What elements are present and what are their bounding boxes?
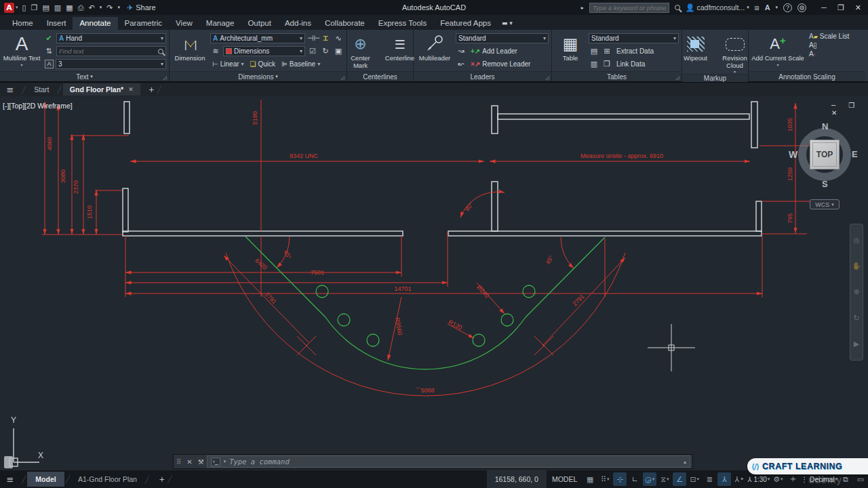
extract-data-button[interactable]: Extract Data xyxy=(614,47,656,55)
customization-plus-icon[interactable]: ＋ xyxy=(786,472,800,486)
dim-text-adjust-icon[interactable]: Ɪ xyxy=(320,34,331,43)
zoom-icon[interactable]: ⊕ xyxy=(853,287,859,296)
find-text-input[interactable] xyxy=(59,47,156,55)
clean-screen-icon[interactable]: ▭ xyxy=(854,472,867,486)
redo-icon[interactable]: ↷ xyxy=(106,3,113,12)
new-file-icon[interactable]: ▯ xyxy=(22,3,26,12)
link-data-button[interactable]: Link Data xyxy=(614,60,647,68)
panel-title-annotation-scaling[interactable]: Annotation Scaling xyxy=(749,71,865,81)
leader-align-icon[interactable]: ↜ xyxy=(456,60,467,68)
showmotion-icon[interactable]: ▶ xyxy=(854,340,859,348)
dim-break-icon[interactable]: ⊣⊢ xyxy=(307,34,318,43)
find-text-box[interactable] xyxy=(56,46,166,56)
object-snap-icon[interactable]: ⊡▾ xyxy=(688,472,701,486)
panel-expander-icon[interactable]: ◿ xyxy=(163,75,167,81)
dim-update-icon[interactable]: ☑ xyxy=(307,47,318,56)
panel-title-tables[interactable]: Tables ◿ xyxy=(552,71,682,81)
undo-caret-icon[interactable]: ▾ xyxy=(100,5,102,10)
layout-tab-model[interactable]: Model xyxy=(27,472,64,487)
annotation-scale-button[interactable]: ⅄ 1:30▾ xyxy=(747,472,770,486)
statusbar-menu-icon[interactable]: ≡ xyxy=(0,474,20,485)
dim-reassociate-icon[interactable]: ▣ xyxy=(333,47,344,56)
orbit-icon[interactable]: ↻ xyxy=(853,314,859,323)
command-line[interactable]: ⠿ ✕ ⚒ ›_ ▾ Type a command ▴ xyxy=(173,454,693,469)
data-extraction-icon-a[interactable]: ▤ xyxy=(589,47,599,56)
dimension-button[interactable]: |⟍⟋| Dimension xyxy=(172,32,208,71)
panel-expander-icon[interactable]: ◿ xyxy=(546,75,549,81)
table-button[interactable]: ▦ Table xyxy=(555,32,586,71)
scale-list-button[interactable]: A▰ Scale List xyxy=(807,33,851,40)
add-current-scale-button[interactable]: A+ Add Current Scale ▾ xyxy=(751,32,804,71)
annotation-visibility-icon[interactable]: ⅄ xyxy=(717,472,731,486)
print-icon[interactable]: ⎙ xyxy=(78,3,84,12)
viewcube-west[interactable]: W xyxy=(789,149,797,160)
data-link-icon-a[interactable]: ▥ xyxy=(589,60,599,68)
minimize-button[interactable]: ─ xyxy=(821,3,827,12)
new-drawing-button[interactable]: ＋ xyxy=(147,83,156,96)
tab-gnd-floor-plan[interactable]: Gnd Floor Plan* ✕ xyxy=(63,83,140,96)
linear-dimension-button[interactable]: ⊢ Linear ▾ xyxy=(210,60,246,68)
dynamic-input-icon[interactable]: ⊹ xyxy=(613,472,627,486)
spell-check-icon[interactable]: ✔ xyxy=(43,34,54,43)
dim-override-icon[interactable]: ↻ xyxy=(320,47,331,56)
panel-title-text[interactable]: Text ▾ ◿ xyxy=(0,71,169,81)
help-icon[interactable]: ? xyxy=(783,3,792,12)
tab-addins[interactable]: Add-ins xyxy=(278,17,318,30)
navigation-bar[interactable]: ◎ ✋ ⊕ ↻ ▶ xyxy=(850,224,863,361)
tab-parametric[interactable]: Parametric xyxy=(118,17,170,30)
command-history-caret-icon[interactable]: ▾ xyxy=(224,459,226,464)
viewcube-east[interactable]: E xyxy=(852,149,858,159)
table-style-dropdown[interactable]: Standard ▾ xyxy=(589,33,679,43)
multileader-button[interactable]: Multileader xyxy=(416,32,453,71)
tab-view[interactable]: View xyxy=(169,17,199,30)
ribbon-display-toggle-icon[interactable]: ▬ ▾ xyxy=(502,20,513,30)
tab-collaborate[interactable]: Collaborate xyxy=(318,17,372,30)
viewcube-south[interactable]: S xyxy=(822,179,828,189)
sync-scale-positions-button[interactable]: A◦ xyxy=(807,50,851,58)
search-input[interactable] xyxy=(593,4,666,12)
center-mark-button[interactable]: ⊕ Center Mark xyxy=(344,32,378,71)
palette-grip[interactable] xyxy=(4,456,13,468)
autodesk-app-caret-icon[interactable]: ▾ xyxy=(776,5,778,10)
tab-express-tools[interactable]: Express Tools xyxy=(372,17,433,30)
cart-icon[interactable]: ⧈ xyxy=(755,3,760,12)
restore-button[interactable]: ❐ xyxy=(837,3,844,12)
coordinates-readout[interactable]: 16158, 660, 0 xyxy=(487,470,547,488)
navigation-wheel-icon[interactable]: ◎ xyxy=(853,236,860,245)
feedback-icon[interactable]: ◍ xyxy=(797,3,806,12)
snap-icon[interactable]: ⠿▾ xyxy=(598,472,612,486)
account-menu[interactable]: 👤 cadfmconsult... ▾ xyxy=(686,3,749,12)
lineweight-icon[interactable]: ≣ xyxy=(703,472,716,486)
panel-title-leaders[interactable]: Leaders ◿ xyxy=(414,71,551,81)
command-input[interactable]: ›_ ▾ Type a command ▴ xyxy=(207,455,690,468)
floor-plan-drawing[interactable]: 406030802370151051808342 UNCMeasure onsi… xyxy=(0,96,868,470)
save-as-icon[interactable]: ▥ xyxy=(54,3,61,12)
autoscale-icon[interactable]: ⅄✦ xyxy=(732,472,746,486)
find-text-search-icon[interactable] xyxy=(158,49,163,54)
keyword-search-box[interactable] xyxy=(589,3,669,13)
panel-expander-icon[interactable]: ◿ xyxy=(676,75,679,81)
autodesk-app-icon[interactable]: A xyxy=(765,3,770,12)
viewcube[interactable]: N S W E TOP xyxy=(788,119,861,190)
pan-icon[interactable]: ✋ xyxy=(852,262,861,270)
save-icon[interactable]: ▤ xyxy=(42,3,49,12)
viewcube-top-face[interactable]: TOP xyxy=(810,140,840,169)
command-line-close-icon[interactable]: ✕ xyxy=(184,458,195,466)
close-button[interactable]: ✕ xyxy=(855,3,861,12)
baseline-dimension-button[interactable]: ⊫ Baseline ▾ xyxy=(279,60,322,68)
tab-insert[interactable]: Insert xyxy=(40,17,73,30)
command-expand-icon[interactable]: ▴ xyxy=(684,459,686,465)
viewcube-north[interactable]: N xyxy=(822,121,828,131)
multiline-text-button[interactable]: A Multiline Text ▾ xyxy=(3,32,41,71)
polar-tracking-icon[interactable]: ◶▾ xyxy=(643,472,656,486)
isometric-drafting-icon[interactable]: ⧖▾ xyxy=(658,472,671,486)
doctab-menu-icon[interactable]: ≡ xyxy=(0,85,20,95)
add-leader-button[interactable]: +↗ Add Leader xyxy=(469,47,519,55)
panel-expander-icon[interactable]: ◿ xyxy=(341,75,344,81)
undo-icon[interactable]: ↶ xyxy=(88,3,94,12)
revision-cloud-button[interactable]: Revision Cloud ▾ xyxy=(718,32,752,74)
tab-featured-apps[interactable]: Featured Apps xyxy=(433,17,498,30)
close-tab-icon[interactable]: ✕ xyxy=(128,86,134,93)
redo-caret-icon[interactable]: ▾ xyxy=(117,5,120,10)
add-delete-scales-button[interactable]: A▫ xyxy=(807,41,851,49)
